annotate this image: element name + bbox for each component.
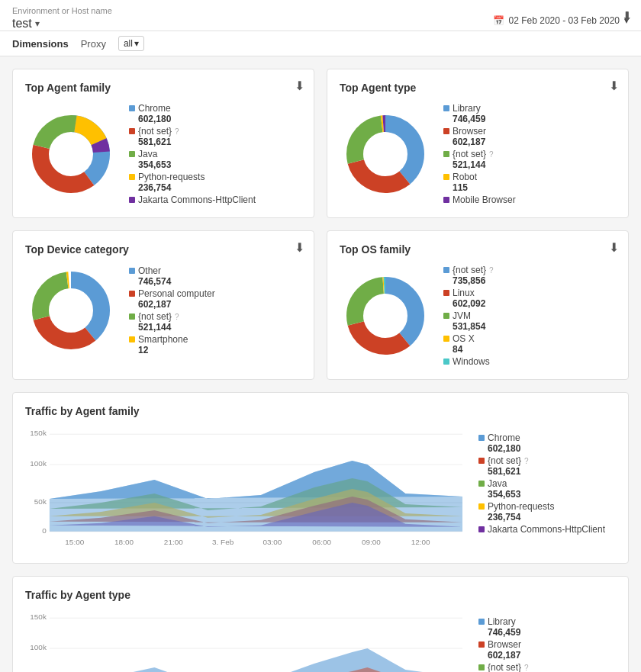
svg-point-22 (364, 294, 407, 337)
agent-family-donut (25, 108, 117, 200)
svg-text:03:00: 03:00 (263, 538, 282, 546)
traffic-agent-type-card: Traffic by Agent type ⬇ 150k 100k 50k (12, 576, 629, 672)
svg-text:150k: 150k (30, 429, 47, 437)
traffic-agent-family-legend: Chrome 602,180 {not set} ? 581,621 Java … (478, 426, 616, 551)
traffic-title: Traffic by Agent family (25, 405, 616, 417)
top-device-category-card: Top Device category ⬇ Other 746,574 (12, 230, 314, 380)
svg-text:0: 0 (42, 526, 47, 535)
dimensions-label: Dimensions (12, 38, 69, 50)
download-button[interactable]: ⬇ (295, 79, 304, 93)
env-value: test (12, 17, 32, 31)
svg-text:100k: 100k (30, 643, 47, 651)
traffic-agent-type-legend: Library 746,459 Browser 602,187 {not set… (478, 610, 616, 672)
svg-text:06:00: 06:00 (312, 538, 331, 546)
device-category-donut (25, 265, 117, 356)
card-title: Top OS family (340, 243, 616, 256)
svg-text:18:00: 18:00 (114, 538, 134, 546)
device-category-legend: Other 746,574 Personal computer 602,187 … (129, 265, 215, 355)
os-family-legend: {not set} ? 735,856 Linux 602,092 JVM 53… (443, 265, 494, 367)
card-title: Top Agent family (25, 82, 301, 94)
svg-text:50k: 50k (34, 497, 47, 506)
not-set-help-icon[interactable]: ? (489, 150, 494, 159)
not-set-help-icon[interactable]: ? (489, 266, 494, 275)
env-dropdown-arrow[interactable]: ▾ (35, 18, 40, 29)
svg-point-5 (50, 133, 92, 175)
agent-family-legend: Chrome 602,180 {not set} ? 581,621 Java … (129, 103, 256, 205)
svg-point-11 (364, 133, 407, 175)
all-select[interactable]: all ▾ (118, 36, 144, 51)
top-os-family-card: Top OS family ⬇ {not set} ? (327, 230, 629, 380)
not-set-help-icon[interactable]: ? (524, 457, 529, 465)
not-set-help-icon[interactable]: ? (175, 313, 179, 321)
download-button[interactable]: ⬇ (609, 79, 619, 93)
download-button[interactable]: ⬇ (295, 240, 304, 255)
agent-type-legend: Library 746,459 Browser 602,187 {not set… (443, 103, 516, 205)
traffic-title: Traffic by Agent type (25, 589, 616, 601)
card-title: Top Device category (25, 243, 301, 256)
svg-text:15:00: 15:00 (65, 538, 84, 546)
download-button[interactable]: ⬇ (609, 240, 619, 255)
svg-text:12:00: 12:00 (411, 538, 430, 546)
calendar-icon: 📅 (493, 15, 504, 26)
header: Environment or Host name test ▾ 📅 02 Feb… (0, 0, 641, 56)
svg-text:09:00: 09:00 (362, 538, 381, 546)
svg-text:21:00: 21:00 (164, 538, 183, 546)
date-range[interactable]: 📅 02 Feb 2020 - 03 Feb 2020 ▾ (493, 6, 629, 26)
download-button[interactable]: ⬇ (622, 9, 632, 24)
traffic-agent-family-card: Traffic by Agent family ⬇ 150k 100k 50k … (12, 392, 629, 564)
os-family-donut (340, 270, 431, 362)
top-agent-family-card: Top Agent family ⬇ Chrom (12, 69, 314, 218)
top-agent-type-card: Top Agent type ⬇ Library (327, 69, 629, 218)
svg-marker-36 (50, 461, 462, 532)
svg-text:150k: 150k (30, 613, 47, 621)
date-range-text: 02 Feb 2020 - 03 Feb 2020 (509, 15, 620, 26)
agent-type-donut (340, 108, 431, 200)
all-dropdown-arrow: ▾ (134, 38, 139, 49)
svg-text:3. Feb: 3. Feb (212, 538, 234, 546)
svg-point-16 (50, 289, 92, 332)
traffic-agent-type-chart: 150k 100k 50k (25, 610, 466, 672)
not-set-help-icon[interactable]: ? (524, 664, 529, 672)
not-set-help-icon[interactable]: ? (175, 127, 179, 136)
proxy-label: Proxy (81, 38, 106, 50)
env-label: Environment or Host name (12, 6, 112, 15)
svg-marker-51 (50, 648, 462, 672)
card-title: Top Agent type (340, 82, 616, 94)
traffic-agent-family-chart: 150k 100k 50k 0 (25, 426, 466, 551)
svg-text:100k: 100k (30, 459, 47, 468)
